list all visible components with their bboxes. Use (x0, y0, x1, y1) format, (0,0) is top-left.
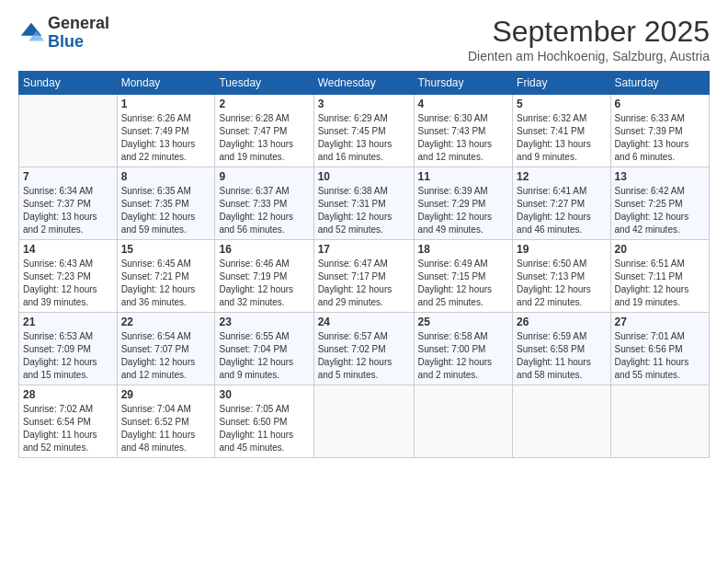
day-info: Sunrise: 6:39 AM Sunset: 7:29 PM Dayligh… (418, 185, 509, 236)
day-info: Sunrise: 6:54 AM Sunset: 7:07 PM Dayligh… (121, 330, 211, 382)
day-number: 19 (517, 243, 606, 256)
day-info: Sunrise: 7:05 AM Sunset: 6:50 PM Dayligh… (219, 403, 309, 454)
day-cell: 8Sunrise: 6:35 AM Sunset: 7:35 PM Daylig… (117, 167, 215, 240)
calendar-header: Sunday Monday Tuesday Wednesday Thursday… (19, 72, 710, 95)
month-title: September 2025 (468, 15, 710, 49)
day-cell: 15Sunrise: 6:45 AM Sunset: 7:21 PM Dayli… (117, 240, 215, 313)
day-number: 9 (219, 170, 309, 183)
page-container: General Blue September 2025 Dienten am H… (0, 0, 728, 467)
day-info: Sunrise: 6:47 AM Sunset: 7:17 PM Dayligh… (318, 258, 410, 309)
day-info: Sunrise: 6:30 AM Sunset: 7:43 PM Dayligh… (418, 112, 509, 164)
day-cell: 30Sunrise: 7:05 AM Sunset: 6:50 PM Dayli… (215, 385, 313, 458)
day-info: Sunrise: 7:01 AM Sunset: 6:56 PM Dayligh… (615, 330, 705, 382)
day-number: 22 (121, 316, 211, 328)
title-area: September 2025 Dienten am Hochkoenig, Sa… (468, 15, 710, 63)
col-sunday: Sunday (19, 72, 118, 95)
day-info: Sunrise: 6:37 AM Sunset: 7:33 PM Dayligh… (219, 185, 309, 236)
day-cell: 7Sunrise: 6:34 AM Sunset: 7:37 PM Daylig… (19, 167, 118, 240)
day-cell: 1Sunrise: 6:26 AM Sunset: 7:49 PM Daylig… (117, 95, 215, 167)
day-number: 20 (615, 243, 705, 256)
calendar-table: Sunday Monday Tuesday Wednesday Thursday… (18, 71, 710, 458)
week-row-5: 28Sunrise: 7:02 AM Sunset: 6:54 PM Dayli… (19, 385, 710, 458)
day-cell: 12Sunrise: 6:41 AM Sunset: 7:27 PM Dayli… (513, 167, 610, 240)
day-info: Sunrise: 6:38 AM Sunset: 7:31 PM Dayligh… (318, 185, 410, 236)
day-info: Sunrise: 6:58 AM Sunset: 7:00 PM Dayligh… (418, 330, 509, 382)
day-number: 29 (121, 388, 211, 401)
day-number: 27 (615, 316, 705, 328)
col-wednesday: Wednesday (313, 72, 414, 95)
day-number: 10 (318, 170, 410, 183)
header: General Blue September 2025 Dienten am H… (18, 15, 710, 63)
day-number: 17 (318, 243, 410, 256)
day-cell: 9Sunrise: 6:37 AM Sunset: 7:33 PM Daylig… (215, 167, 313, 240)
logo-blue: Blue (48, 32, 84, 51)
day-cell: 5Sunrise: 6:32 AM Sunset: 7:41 PM Daylig… (513, 95, 610, 167)
day-cell: 17Sunrise: 6:47 AM Sunset: 7:17 PM Dayli… (313, 240, 414, 313)
col-monday: Monday (117, 72, 215, 95)
day-cell: 24Sunrise: 6:57 AM Sunset: 7:02 PM Dayli… (313, 313, 414, 385)
week-row-1: 1Sunrise: 6:26 AM Sunset: 7:49 PM Daylig… (19, 95, 710, 167)
day-cell: 10Sunrise: 6:38 AM Sunset: 7:31 PM Dayli… (313, 167, 414, 240)
day-number: 2 (219, 98, 309, 110)
day-cell: 3Sunrise: 6:29 AM Sunset: 7:45 PM Daylig… (313, 95, 414, 167)
day-info: Sunrise: 6:49 AM Sunset: 7:15 PM Dayligh… (418, 258, 509, 309)
col-thursday: Thursday (414, 72, 513, 95)
day-info: Sunrise: 6:33 AM Sunset: 7:39 PM Dayligh… (615, 112, 705, 164)
day-cell: 2Sunrise: 6:28 AM Sunset: 7:47 PM Daylig… (215, 95, 313, 167)
day-number: 23 (219, 316, 309, 328)
day-number: 14 (23, 243, 113, 256)
subtitle: Dienten am Hochkoenig, Salzburg, Austria (468, 49, 710, 63)
day-number: 30 (219, 388, 309, 401)
col-saturday: Saturday (610, 72, 709, 95)
logo-icon (18, 20, 44, 46)
day-number: 24 (318, 316, 410, 328)
day-info: Sunrise: 6:50 AM Sunset: 7:13 PM Dayligh… (517, 258, 606, 309)
logo-text: General Blue (48, 15, 109, 52)
day-info: Sunrise: 6:45 AM Sunset: 7:21 PM Dayligh… (121, 258, 211, 309)
day-info: Sunrise: 6:26 AM Sunset: 7:49 PM Dayligh… (121, 112, 211, 164)
day-cell (414, 385, 513, 458)
day-cell: 27Sunrise: 7:01 AM Sunset: 6:56 PM Dayli… (610, 313, 709, 385)
day-info: Sunrise: 6:46 AM Sunset: 7:19 PM Dayligh… (219, 258, 309, 309)
day-cell (313, 385, 414, 458)
day-cell: 11Sunrise: 6:39 AM Sunset: 7:29 PM Dayli… (414, 167, 513, 240)
day-cell: 13Sunrise: 6:42 AM Sunset: 7:25 PM Dayli… (610, 167, 709, 240)
week-row-3: 14Sunrise: 6:43 AM Sunset: 7:23 PM Dayli… (19, 240, 710, 313)
day-number: 4 (418, 98, 509, 110)
day-cell (19, 95, 118, 167)
day-info: Sunrise: 6:34 AM Sunset: 7:37 PM Dayligh… (23, 185, 113, 236)
week-row-4: 21Sunrise: 6:53 AM Sunset: 7:09 PM Dayli… (19, 313, 710, 385)
day-info: Sunrise: 6:51 AM Sunset: 7:11 PM Dayligh… (615, 258, 705, 309)
day-number: 25 (418, 316, 509, 328)
day-cell: 20Sunrise: 6:51 AM Sunset: 7:11 PM Dayli… (610, 240, 709, 313)
day-number: 28 (23, 388, 113, 401)
day-cell (513, 385, 610, 458)
day-number: 15 (121, 243, 211, 256)
logo: General Blue (18, 15, 109, 52)
day-cell: 22Sunrise: 6:54 AM Sunset: 7:07 PM Dayli… (117, 313, 215, 385)
day-info: Sunrise: 6:57 AM Sunset: 7:02 PM Dayligh… (318, 330, 410, 382)
day-cell: 26Sunrise: 6:59 AM Sunset: 6:58 PM Dayli… (513, 313, 610, 385)
day-number: 18 (418, 243, 509, 256)
day-number: 8 (121, 170, 211, 183)
day-number: 21 (23, 316, 113, 328)
day-info: Sunrise: 6:59 AM Sunset: 6:58 PM Dayligh… (517, 330, 606, 382)
day-number: 26 (517, 316, 606, 328)
day-number: 13 (615, 170, 705, 183)
calendar-body: 1Sunrise: 6:26 AM Sunset: 7:49 PM Daylig… (19, 95, 710, 458)
day-info: Sunrise: 6:53 AM Sunset: 7:09 PM Dayligh… (23, 330, 113, 382)
day-cell: 4Sunrise: 6:30 AM Sunset: 7:43 PM Daylig… (414, 95, 513, 167)
day-info: Sunrise: 6:41 AM Sunset: 7:27 PM Dayligh… (517, 185, 606, 236)
day-number: 7 (23, 170, 113, 183)
day-cell: 29Sunrise: 7:04 AM Sunset: 6:52 PM Dayli… (117, 385, 215, 458)
logo-general: General (48, 14, 109, 32)
header-row: Sunday Monday Tuesday Wednesday Thursday… (19, 72, 710, 95)
day-number: 5 (517, 98, 606, 110)
day-info: Sunrise: 6:29 AM Sunset: 7:45 PM Dayligh… (318, 112, 410, 164)
day-info: Sunrise: 6:55 AM Sunset: 7:04 PM Dayligh… (219, 330, 309, 382)
col-tuesday: Tuesday (215, 72, 313, 95)
day-number: 6 (615, 98, 705, 110)
day-cell: 18Sunrise: 6:49 AM Sunset: 7:15 PM Dayli… (414, 240, 513, 313)
day-info: Sunrise: 6:42 AM Sunset: 7:25 PM Dayligh… (615, 185, 705, 236)
day-number: 16 (219, 243, 309, 256)
